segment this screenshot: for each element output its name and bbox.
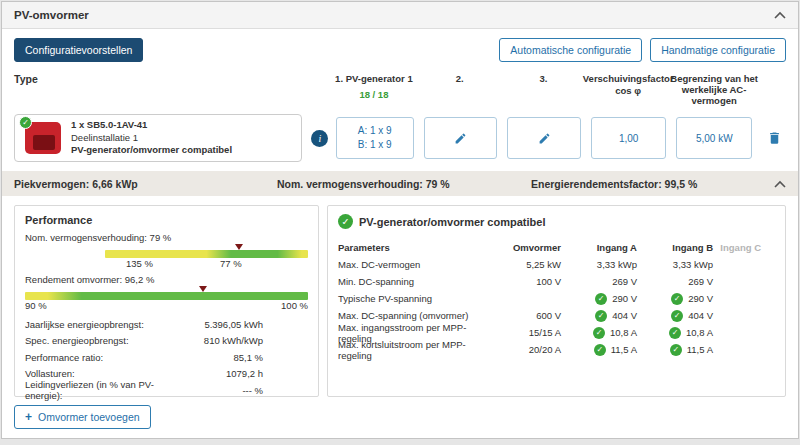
inverter-card[interactable]: ✓ 1 x SB5.0-1AV-41 Deelinstallatie 1 PV-… — [14, 114, 302, 162]
summary-band: Piekvermogen: 6,66 kWp Nom. vermogensver… — [2, 171, 798, 196]
performance-card: Performance Nom. vermogensverhouding: 79… — [14, 205, 319, 397]
collapse-panel-chevron-up-icon[interactable] — [774, 11, 786, 19]
input-b-value: 269 V — [637, 276, 713, 287]
stat-label: Jaarlijkse energieopbrengst: — [25, 319, 171, 330]
stat-value: 810 kWh/kWp — [171, 335, 263, 346]
footer: + Omvormer toevoegen — [2, 397, 798, 437]
input-b-value: ✓404 V — [637, 310, 713, 322]
efficiency-marker — [199, 286, 207, 292]
inverter-value: 600 V — [495, 310, 561, 321]
inverter-value: 5,25 kW — [495, 259, 561, 270]
string-a-config: A: 1 x 9 — [358, 124, 392, 139]
stat-row: Spec. energieopbrengst: 810 kWh/kWp — [25, 333, 263, 350]
performance-title: Performance — [25, 214, 308, 226]
check-icon: ✓ — [594, 344, 606, 356]
pencil-icon — [454, 132, 467, 145]
stat-value: --- % — [171, 385, 263, 396]
cos-phi-line1: Verschuivingsfactor — [583, 73, 674, 84]
inverter-value: 20/20 A — [495, 344, 561, 355]
check-icon: ✓ — [671, 293, 683, 305]
nominal-ratio-bar — [105, 250, 308, 258]
energy-yield-factor: Energierendementsfactor: 99,5 % — [531, 178, 697, 190]
stat-label: Vollasturen: — [25, 368, 171, 379]
stat-row: Performance ratio: 85,1 % — [25, 349, 263, 366]
panel-title: PV-omvormer — [14, 9, 89, 21]
header-parameters: Parameters — [338, 242, 495, 253]
header-input-a: Ingang A — [597, 242, 637, 253]
column-generator-2: 2. — [423, 73, 497, 84]
compatible-check-icon: ✓ — [19, 116, 32, 129]
collapse-details-chevron-up-icon[interactable] — [774, 180, 786, 188]
input-a-value: ✓404 V — [561, 310, 637, 322]
column-pv-generator-1: 1. PV-generator 1 18 / 18 — [335, 73, 413, 100]
compatibility-title: PV-generator/omvormer compatibel — [359, 216, 545, 228]
table-row: Max. kortsluitstroom per MPP-regeling 20… — [338, 341, 761, 358]
input-a-value: ✓290 V — [561, 293, 637, 305]
header-input-c: Ingang C — [713, 242, 761, 253]
table-row: Typische PV-spanning ✓290 V ✓290 V — [338, 290, 761, 307]
efficiency-bar — [25, 292, 308, 300]
check-icon: ✓ — [670, 344, 682, 356]
add-inverter-button[interactable]: + Omvormer toevoegen — [14, 405, 151, 429]
table-header-row: Parameters Omvormer Ingang A Ingang B In… — [338, 239, 761, 256]
stat-label: Spec. energieopbrengst: — [25, 335, 171, 346]
check-icon: ✓ — [593, 327, 605, 339]
check-icon: ✓ — [595, 310, 607, 322]
header-input-b: Ingang B — [672, 242, 713, 253]
parameters-table: Parameters Omvormer Ingang A Ingang B In… — [338, 239, 775, 358]
input-b-value: ✓10,8 A — [637, 327, 713, 339]
add-inverter-label: Omvormer toevoegen — [38, 411, 140, 423]
input-a-value: 3,33 kWp — [561, 259, 637, 270]
column-type: Type — [14, 73, 301, 85]
check-icon: ✓ — [595, 293, 607, 305]
generator-1-config-box[interactable]: A: 1 x 9 B: 1 x 9 — [336, 117, 414, 159]
compatibility-status: PV-generator/omvormer compatibel — [71, 144, 232, 157]
pv-generator-1-label: 1. PV-generator 1 — [335, 73, 413, 84]
trash-icon[interactable] — [767, 130, 782, 146]
param-label: Max. DC-spanning (omvormer) — [338, 310, 495, 321]
inverter-name: 1 x SB5.0-1AV-41 — [71, 119, 232, 132]
pv-inverter-panel: PV-omvormer Configuratievoorstellen Auto… — [1, 1, 799, 439]
module-count: 18 / 18 — [335, 89, 413, 100]
table-row: Min. DC-spanning 100 V 269 V 269 V — [338, 273, 761, 290]
inverter-value: 100 V — [495, 276, 561, 287]
generator-2-edit-box[interactable] — [424, 117, 498, 159]
column-ac-limit: Begrenzing van het werkelijke AC-vermoge… — [676, 73, 752, 106]
nominal-power-ratio: Nom. vermogensverhouding: 79 % — [277, 178, 531, 190]
auto-config-button[interactable]: Automatische configuratie — [499, 38, 642, 62]
manual-config-button[interactable]: Handmatige configuratie — [650, 38, 786, 62]
input-a-value: ✓11,5 A — [561, 344, 637, 356]
peak-power: Piekvermogen: 6,66 kWp — [14, 178, 277, 190]
check-icon: ✓ — [338, 214, 353, 229]
inverter-image: ✓ — [23, 120, 63, 156]
compatibility-card: ✓ PV-generator/omvormer compatibel Param… — [327, 205, 786, 397]
column-generator-3: 3. — [507, 73, 581, 84]
toolbar: Configuratievoorstellen Automatische con… — [2, 29, 798, 70]
stat-value: 1079,2 h — [171, 368, 263, 379]
stat-label: Leidingverliezen (in % van PV-energie): — [25, 379, 171, 401]
info-icon[interactable]: i — [311, 130, 328, 147]
scale-tick: 77 % — [220, 258, 242, 269]
panel-header: PV-omvormer — [2, 2, 798, 29]
plus-icon: + — [25, 411, 32, 423]
nominal-ratio-marker — [235, 244, 243, 250]
generator-3-edit-box[interactable] — [507, 117, 581, 159]
stat-value: 85,1 % — [171, 352, 263, 363]
ac-limit-value-box[interactable]: 5,00 kW — [676, 117, 752, 159]
input-b-value: 3,33 kWp — [637, 259, 713, 270]
cos-phi-value-box[interactable]: 1,00 — [591, 117, 667, 159]
pencil-icon — [538, 132, 551, 145]
scale-tick: 90 % — [25, 300, 47, 313]
stat-row: Jaarlijkse energieopbrengst: 5.396,05 kW… — [25, 316, 263, 333]
input-b-value: ✓290 V — [637, 293, 713, 305]
column-headers: Type 1. PV-generator 1 18 / 18 2. 3. Ver… — [2, 70, 798, 114]
input-b-value: ✓11,5 A — [637, 344, 713, 356]
config-proposals-button[interactable]: Configuratievoorstellen — [14, 38, 143, 62]
header-inverter: Omvormer — [495, 242, 561, 253]
inverter-row: ✓ 1 x SB5.0-1AV-41 Deelinstallatie 1 PV-… — [2, 114, 798, 162]
param-label: Min. DC-spanning — [338, 276, 495, 287]
nominal-ratio-label: Nom. vermogensverhouding: 79 % — [25, 232, 308, 243]
param-label: Max. kortsluitstroom per MPP-regeling — [338, 339, 495, 361]
scale-tick: 100 % — [281, 300, 308, 313]
stat-row: Leidingverliezen (in % van PV-energie): … — [25, 382, 263, 399]
